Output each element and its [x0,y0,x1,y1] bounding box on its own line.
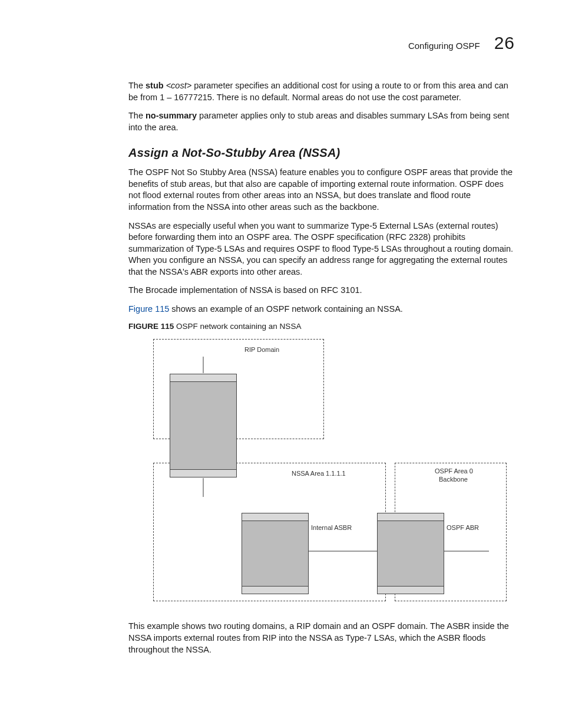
keyword-no-summary: no-summary [146,111,197,120]
section-heading-nssa: Assign a Not-So-Stubby Area (NSSA) [128,146,515,160]
figure-caption-text: OSPF network containing an NSSA [174,322,301,331]
paragraph-no-summary: The no-summary parameter applies only to… [128,110,515,133]
ospf-area0-label-line1: OSPF Area 0 [435,467,473,475]
internal-asbr-label: Internal ASBR [311,524,352,531]
figure-link[interactable]: Figure 115 [128,304,169,314]
node-internal-asbr [242,521,309,587]
node-cap-icon [242,513,309,521]
paragraph-example-desc: This example shows two routing domains, … [128,621,515,655]
keyword-stub: stub [146,81,164,90]
node-cap-icon [170,374,237,382]
text: shows an example of an OSPF network cont… [169,304,403,314]
text: The [128,81,146,90]
paragraph-nssa-useful: NSSAs are especially useful when you wan… [128,220,515,278]
node-cap-icon [377,586,444,594]
figure-diagram: RIP Domain NSSA Area 1.1.1.1 OSPF Area 0… [141,339,507,610]
paragraph-figure-ref: Figure 115 shows an example of an OSPF n… [128,304,515,315]
paragraph-stub-cost: The stub <cost> parameter specifies an a… [128,80,515,103]
node-cap-icon [170,469,237,477]
figure-caption-lead: FIGURE 115 [128,322,174,331]
node-cap-icon [242,586,309,594]
page-header: Configuring OSPF 26 [128,33,515,53]
text: The [128,111,146,120]
node-cap-icon [377,513,444,521]
paragraph-rfc3101: The Brocade implementation of NSSA is ba… [128,285,515,297]
node-ospf-abr [377,521,444,587]
rip-domain-label: RIP Domain [244,346,279,353]
param-cost: <cost> [164,81,192,90]
figure-caption: FIGURE 115 OSPF network containing an NS… [128,322,515,331]
node-rip-router [170,381,237,470]
header-title: Configuring OSPF [408,41,480,51]
ospf-area0-label-line2: Backbone [439,476,468,483]
chapter-number: 26 [494,33,515,53]
paragraph-nssa-intro: The OSPF Not So Stubby Area (NSSA) featu… [128,167,515,213]
ospf-abr-label: OSPF ABR [447,524,479,531]
nssa-area-label: NSSA Area 1.1.1.1 [292,470,346,477]
page: Configuring OSPF 26 The stub <cost> para… [0,0,562,728]
